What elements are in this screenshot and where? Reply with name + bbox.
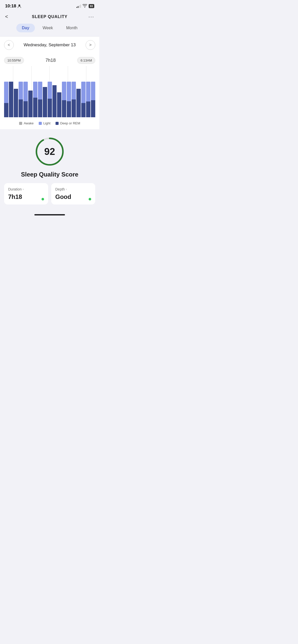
back-button[interactable]: <: [5, 14, 15, 20]
depth-card[interactable]: Depth › Good: [51, 183, 95, 204]
sleep-bar-group: [38, 82, 42, 117]
duration-label: Duration ›: [8, 187, 44, 191]
next-date-button[interactable]: >: [86, 40, 95, 50]
depth-value: Good: [55, 193, 91, 200]
deep-color-swatch: [56, 122, 59, 125]
sleep-bar-group: [28, 82, 33, 117]
sleep-bar-group: [91, 82, 95, 117]
time-display: 10:18: [5, 4, 16, 9]
sleep-bar-group: [52, 82, 57, 117]
score-section: 92 Sleep Quality Score Duration › 7h18 D…: [0, 129, 99, 209]
tab-month[interactable]: Month: [61, 24, 83, 32]
sleep-bars-container: [4, 82, 95, 117]
person-icon: [18, 4, 21, 8]
sleep-bar-group: [48, 82, 52, 117]
sleep-bar-group: [9, 82, 13, 117]
tab-week[interactable]: Week: [37, 24, 59, 32]
date-navigation: < Wednesday, September 13 >: [0, 36, 99, 53]
chart-header: 10:55PM 7h18 6:13AM: [0, 53, 99, 65]
page-title: SLEEP QUALITY: [32, 14, 67, 19]
duration-value: 7h18: [8, 193, 44, 200]
legend-awake: Awake: [19, 121, 34, 125]
legend-deep: Deep or REM: [56, 121, 80, 125]
status-time-group: 10:18: [5, 4, 21, 9]
depth-status-dot: [89, 198, 91, 200]
sleep-bar-group: [4, 82, 8, 117]
sleep-bar-group: [19, 82, 23, 117]
tab-bar: Day Week Month: [0, 24, 99, 36]
score-value: 92: [44, 146, 55, 157]
end-time-badge: 6:13AM: [77, 57, 95, 64]
sleep-bar-group: [62, 82, 66, 117]
sleep-bar-group: [33, 82, 37, 117]
prev-date-button[interactable]: <: [4, 40, 14, 50]
more-button[interactable]: ···: [84, 14, 94, 20]
metric-cards: Duration › 7h18 Depth › Good: [4, 183, 95, 204]
duration-status-dot: [42, 198, 44, 200]
page-header: < SLEEP QUALITY ···: [0, 11, 99, 24]
score-title: Sleep Quality Score: [21, 171, 78, 178]
awake-color-swatch: [19, 122, 22, 125]
svg-point-0: [19, 5, 20, 6]
chevron-right-icon: ›: [23, 187, 24, 191]
light-sleep-bar: [4, 82, 8, 103]
signal-icon: [76, 4, 81, 8]
depth-label: Depth ›: [55, 187, 91, 191]
home-indicator: [0, 212, 99, 218]
sleep-bar-group: [14, 82, 18, 117]
status-bar: 10:18 93: [0, 0, 99, 11]
battery-indicator: 93: [89, 4, 94, 8]
chart-legend: Awake Light Deep or REM: [0, 117, 99, 129]
sleep-bar-group: [57, 82, 61, 117]
deep-sleep-bar: [4, 103, 8, 117]
sleep-chart: [0, 66, 99, 117]
start-time-badge: 10:55PM: [4, 57, 24, 64]
sleep-bar-group: [76, 82, 81, 117]
tab-day[interactable]: Day: [16, 24, 35, 32]
sleep-bar-group: [86, 82, 90, 117]
chevron-right-icon: ›: [66, 187, 67, 191]
wifi-icon: [83, 4, 87, 8]
sleep-bar-group: [72, 82, 76, 117]
legend-light: Light: [39, 121, 50, 125]
chart-section: 10:55PM 7h18 6:13AM: [0, 53, 99, 129]
sleep-bar-group: [81, 82, 86, 117]
sleep-bar-group: [43, 82, 47, 117]
duration-card[interactable]: Duration › 7h18: [4, 183, 48, 204]
home-bar: [34, 214, 65, 215]
sleep-bar-group: [67, 82, 71, 117]
current-date: Wednesday, September 13: [24, 42, 76, 48]
duration-display: 7h18: [46, 58, 56, 63]
light-color-swatch: [39, 122, 42, 125]
sleep-bar-group: [23, 82, 28, 117]
status-icons: 93: [76, 4, 94, 8]
score-circle: 92: [34, 136, 65, 167]
